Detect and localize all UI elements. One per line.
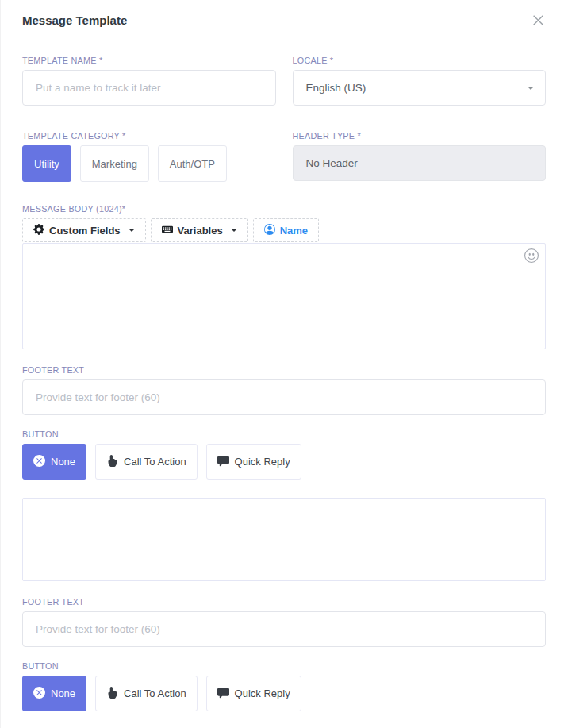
button-quick-reply-2[interactable]: Quick Reply [206,676,301,711]
name-variable-button[interactable]: Name [253,218,319,242]
button-type-group-1: None Call To Action Quick Reply [22,444,546,480]
variables-dropdown-button[interactable]: Variables [151,218,248,242]
chevron-down-icon [528,87,534,90]
header-type-value: No Header [306,157,358,169]
button-quick-reply-label: Quick Reply [235,456,290,468]
close-icon [531,17,545,29]
button-group-label: BUTTON [22,662,546,670]
button-none-2[interactable]: None [22,676,86,711]
message-body-textarea[interactable] [22,243,546,349]
category-marketing-button[interactable]: Marketing [80,145,149,182]
button-cta-label: Call To Action [124,688,186,699]
message-template-modal: Message Template TEMPLATE NAME * LOCALE … [1,0,564,711]
custom-fields-label: Custom Fields [49,225,121,237]
keyboard-icon [162,224,173,237]
emoji-picker-button[interactable] [524,248,539,263]
caret-down-icon [231,229,237,232]
locale-label: LOCALE * [293,56,547,64]
header-type-label: HEADER TYPE * [293,132,547,140]
gear-icon [33,224,44,237]
modal-body: TEMPLATE NAME * LOCALE * English (US) TE… [1,56,564,711]
custom-fields-dropdown-button[interactable]: Custom Fields [22,218,146,242]
hand-index-icon [106,455,118,469]
x-circle-icon [33,687,45,701]
message-body-toolbar: Custom Fields Variables Name [22,218,546,242]
name-label: Name [280,225,308,237]
hand-index-icon [106,687,118,701]
emoji-smile-icon [524,253,539,265]
locale-select[interactable]: English (US) [293,70,547,106]
chat-icon [217,687,229,701]
x-circle-icon [33,455,45,469]
footer-text-input-1[interactable] [22,379,546,415]
template-category-label: TEMPLATE CATEGORY * [22,132,276,140]
button-group-label: BUTTON [22,430,546,438]
button-cta-label: Call To Action [124,456,186,468]
button-none-1[interactable]: None [22,444,86,480]
footer-text-label: FOOTER TEXT [22,598,546,606]
person-circle-icon [264,224,275,237]
variables-label: Variables [178,225,223,237]
chat-icon [217,455,229,469]
secondary-body-textarea[interactable] [22,498,546,581]
category-utility-button[interactable]: Utility [22,145,71,182]
modal-title: Message Template [22,13,127,27]
button-call-to-action-1[interactable]: Call To Action [95,444,198,480]
button-type-group-2: None Call To Action Quick Reply [22,676,546,711]
button-none-label: None [51,688,75,699]
button-call-to-action-2[interactable]: Call To Action [95,676,198,711]
template-name-input[interactable] [22,70,276,106]
button-none-label: None [51,456,75,468]
footer-text-label: FOOTER TEXT [22,366,546,374]
button-quick-reply-label: Quick Reply [235,688,290,699]
modal-header: Message Template [1,0,564,40]
caret-down-icon [129,229,135,232]
category-auth-otp-button[interactable]: Auth/OTP [158,145,227,182]
close-button[interactable] [531,13,545,27]
locale-selected-value: English (US) [306,82,366,94]
template-name-label: TEMPLATE NAME * [22,56,276,64]
message-body-label: MESSAGE BODY (1024)* [22,205,546,213]
header-type-field: No Header [293,145,547,181]
footer-text-input-2[interactable] [22,611,546,647]
button-quick-reply-1[interactable]: Quick Reply [206,444,301,480]
